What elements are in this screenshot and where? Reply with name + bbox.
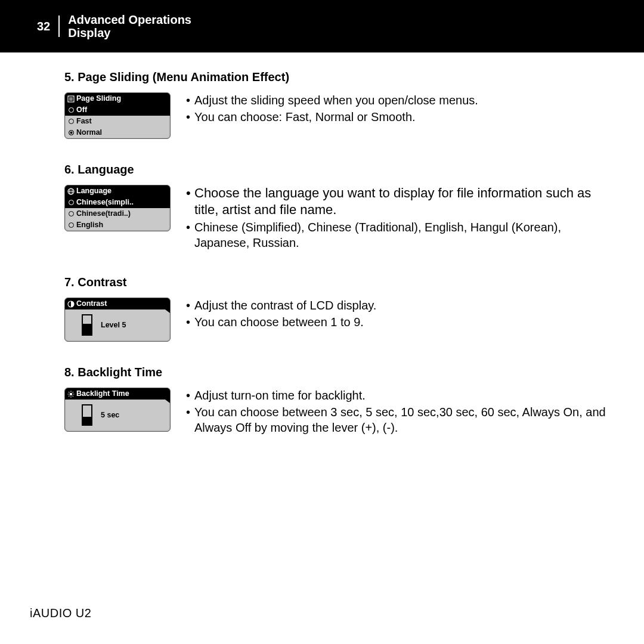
- lcd-backlight: Backlight Time 5 sec: [64, 388, 171, 432]
- lcd-option-english: English: [65, 219, 170, 231]
- svg-point-8: [70, 392, 73, 395]
- lcd-option-label: Fast: [76, 117, 92, 126]
- lcd-title-text: Backlight Time: [76, 389, 129, 398]
- section-heading-page-sliding: 5. Page Sliding (Menu Animation Effect): [64, 70, 614, 84]
- lcd-title-text: Contrast: [76, 299, 107, 308]
- lcd-title: Backlight Time: [65, 388, 170, 400]
- section-language: Language Chinese(simpli.. Chinese(tradi.…: [64, 185, 614, 252]
- section-description: Choose the language you want to display …: [186, 185, 614, 252]
- lcd-language: Language Chinese(simpli.. Chinese(tradi.…: [64, 185, 171, 231]
- lcd-title: Contrast: [65, 298, 170, 309]
- radio-icon: [69, 211, 74, 216]
- bullet-text: Choose the language you want to display …: [186, 185, 614, 218]
- bullet-text: You can choose between 3 sec, 5 sec, 10 …: [186, 404, 614, 435]
- lcd-title: Page Sliding: [65, 93, 170, 104]
- radio-selected-icon: [69, 130, 74, 135]
- bullet-text: Adjust the sliding speed when you open/c…: [186, 92, 614, 108]
- radio-icon: [69, 222, 74, 228]
- level-bar-icon: [82, 404, 92, 426]
- section-backlight: Backlight Time 5 sec Adjust turn-on time…: [64, 388, 614, 436]
- bullet-text: Adjust the contrast of LCD display.: [186, 298, 614, 313]
- bullet-text: You can choose: Fast, Normal or Smooth.: [186, 109, 614, 125]
- radio-icon: [69, 200, 74, 205]
- section-description: Adjust the sliding speed when you open/c…: [186, 92, 614, 126]
- section-heading-contrast: 7. Contrast: [64, 275, 614, 289]
- header-subtitle: Display: [68, 26, 191, 39]
- footer-product-name: iAUDIO U2: [30, 606, 91, 620]
- page-number: 32: [37, 16, 60, 37]
- globe-icon: [67, 188, 75, 195]
- lcd-option-chinese-traditional: Chinese(tradi..): [65, 208, 170, 219]
- lcd-title-text: Language: [76, 187, 112, 195]
- section-heading-backlight: 8. Backlight Time: [64, 366, 614, 379]
- lcd-option-label: Chinese(simpli..: [76, 198, 134, 207]
- lcd-option-label: Normal: [76, 128, 102, 137]
- bullet-text: Chinese (Simplified), Chinese (Tradition…: [186, 219, 614, 250]
- menu-icon: [67, 95, 75, 103]
- lcd-title: Language: [65, 185, 170, 197]
- svg-line-14: [73, 395, 73, 396]
- section-description: Adjust turn-on time for backlight. You c…: [186, 388, 614, 436]
- svg-line-16: [73, 392, 73, 392]
- section-description: Adjust the contrast of LCD display. You …: [186, 298, 614, 331]
- radio-icon: [69, 107, 74, 113]
- level-bar-icon: [82, 314, 92, 336]
- lcd-contrast: Contrast Level 5: [64, 298, 171, 342]
- svg-line-13: [69, 392, 69, 392]
- lcd-value-label: 5 sec: [101, 411, 119, 419]
- contrast-icon: [67, 301, 75, 308]
- lcd-value-label: Level 5: [101, 321, 126, 329]
- lcd-option-label: Off: [76, 106, 87, 114]
- section-heading-language: 6. Language: [64, 163, 614, 177]
- header-title: Advanced Operations: [68, 13, 191, 26]
- lcd-option-fast: Fast: [65, 116, 170, 127]
- backlight-icon: [67, 391, 75, 398]
- lcd-title-text: Page Sliding: [76, 94, 121, 103]
- svg-line-15: [69, 395, 69, 396]
- lcd-page-sliding: Page Sliding Off Fast Normal: [64, 92, 171, 139]
- section-contrast: Contrast Level 5 Adjust the contrast of …: [64, 298, 614, 342]
- section-page-sliding: Page Sliding Off Fast Normal Adjust the …: [64, 92, 614, 139]
- lcd-option-label: English: [76, 221, 103, 230]
- lcd-option-normal: Normal: [65, 127, 170, 138]
- lcd-option-off: Off: [65, 104, 170, 116]
- header-titles: Advanced Operations Display: [60, 13, 191, 39]
- page-header: 32 Advanced Operations Display: [0, 0, 644, 52]
- radio-icon: [69, 119, 74, 124]
- bullet-text: You can choose between 1 to 9.: [186, 314, 614, 330]
- lcd-value-display: Level 5: [65, 309, 170, 340]
- lcd-option-label: Chinese(tradi..): [76, 209, 131, 218]
- lcd-value-display: 5 sec: [65, 400, 170, 431]
- lcd-option-chinese-simplified: Chinese(simpli..: [65, 197, 170, 208]
- page-content: 5. Page Sliding (Menu Animation Effect) …: [0, 52, 644, 436]
- bullet-text: Adjust turn-on time for backlight.: [186, 388, 614, 403]
